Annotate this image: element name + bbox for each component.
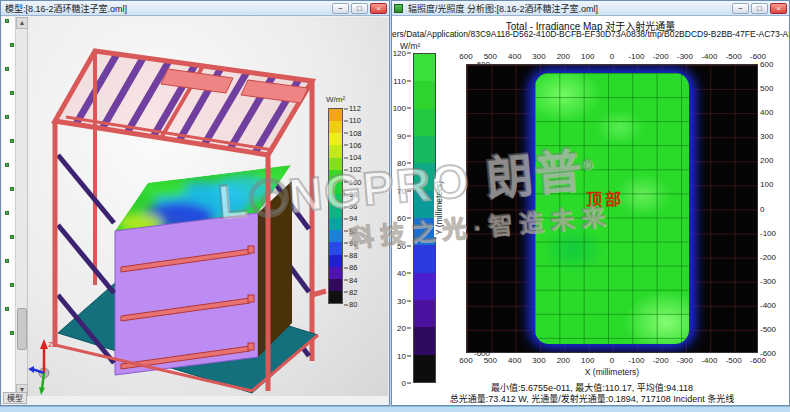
y-axis-ticks-right: 6005004003002001000-100-200-300-400-500-… xyxy=(760,64,786,353)
tree-item-icon[interactable] xyxy=(10,139,14,143)
colorbar-band xyxy=(414,191,435,218)
x-tick: -400 xyxy=(701,356,717,365)
y-tick: 600 xyxy=(760,60,786,69)
legend-tick: 112 xyxy=(344,104,361,113)
tree-item-icon[interactable] xyxy=(10,283,14,287)
irradiance-map-plot[interactable]: 顶部 xyxy=(466,64,758,353)
colorbar-tick: 100 xyxy=(393,104,411,113)
legend-tick: 104 xyxy=(344,153,362,162)
tree-item-icon[interactable] xyxy=(10,187,14,191)
tree-scrollbar[interactable]: ▲ ▼ xyxy=(15,17,27,396)
colorbar-tick: 70 xyxy=(397,186,411,195)
legend-band xyxy=(329,158,342,170)
legend-band xyxy=(329,255,342,267)
scroll-up-icon[interactable]: ▲ xyxy=(16,17,28,29)
x-axis-ticks-bottom: 6005004003002001000-100-200-300-400-500-… xyxy=(392,356,789,366)
tree-item-icon[interactable] xyxy=(5,115,9,119)
x-axis-ticks-top: 6005004003002001000-100-200-300-400-500-… xyxy=(392,52,789,62)
colorbar-tick: 110 xyxy=(393,76,411,85)
legend-tick: 88 xyxy=(344,251,357,260)
x-tick: 500 xyxy=(484,356,497,365)
tree-item-icon[interactable] xyxy=(5,67,9,71)
legend-tick: 102 xyxy=(344,165,362,174)
tree-item-icon[interactable] xyxy=(5,259,9,263)
minimize-button[interactable]: − xyxy=(332,3,349,14)
chart-subtitle-path: ers/Data/Application/83C9A118-D562-410D-… xyxy=(392,29,789,39)
legend-band xyxy=(329,109,342,121)
minimize-button[interactable]: − xyxy=(732,3,749,14)
model-window-title: 模型:[8.16-2酒环糖注子室.oml] xyxy=(3,2,332,15)
colorbar-tick: 50 xyxy=(397,241,411,250)
x-tick: -100 xyxy=(628,52,644,61)
legend-tick: 100 xyxy=(344,177,362,186)
model-window-titlebar[interactable]: 模型:[8.16-2酒环糖注子室.oml] −□× xyxy=(1,1,389,16)
y-tick: -400 xyxy=(760,300,786,309)
stats-line-2: 总光通量:73.412 W, 光通量/发射光通量:0.1894, 717108 … xyxy=(422,392,762,405)
legend-band xyxy=(329,267,342,279)
x-axis-label: X (millimeters) xyxy=(466,367,758,377)
colorbar xyxy=(413,53,436,383)
3d-viewport[interactable]: Z W/m² 112110108106104102100989694929088… xyxy=(28,17,388,396)
scrollbar-thumb[interactable] xyxy=(17,308,27,350)
x-tick: -500 xyxy=(726,52,742,61)
tree-item-icon[interactable] xyxy=(5,19,9,23)
x-tick: -300 xyxy=(677,52,693,61)
axis-triad: Z xyxy=(28,339,53,395)
analysis-window-icon xyxy=(394,4,403,13)
irradiance-chart: Total - Irradiance Map 对于入射光通量 ers/Data/… xyxy=(392,16,789,405)
colorbar-tick: 30 xyxy=(397,296,411,305)
legend-tick: 106 xyxy=(344,140,362,149)
legend-band xyxy=(329,182,342,194)
tree-item-icon[interactable] xyxy=(10,91,14,95)
colorbar-band xyxy=(414,218,435,245)
x-tick: -100 xyxy=(628,356,644,365)
system-tree-panel[interactable]: ▲ ▼ xyxy=(2,17,28,396)
x-tick: 100 xyxy=(581,356,594,365)
colorbar-band xyxy=(414,300,435,327)
x-tick: -300 xyxy=(677,356,693,365)
colorbar-tick: 20 xyxy=(397,324,411,333)
irradiance-map-window: 辐照度/光照度 分析图:[8.16-2酒环糖注子室.oml] −□× Total… xyxy=(391,0,790,406)
legend-band xyxy=(329,206,342,218)
restore-button[interactable]: □ xyxy=(751,3,768,14)
legend-band xyxy=(329,242,342,254)
legend-ticks: 1121101081061041021009896949290888684828… xyxy=(344,108,378,304)
legend-band xyxy=(329,170,342,182)
x-tick: 100 xyxy=(581,52,594,61)
map-annotation: 顶部 xyxy=(586,186,624,210)
y-tick: 300 xyxy=(760,132,786,141)
legend-tick: 96 xyxy=(344,202,357,211)
x-tick: 300 xyxy=(532,52,545,61)
tree-item-icon[interactable] xyxy=(10,43,14,47)
window-buttons: −□× xyxy=(332,3,387,14)
legend-band xyxy=(329,291,342,303)
legend-tick: 98 xyxy=(344,189,357,198)
x-tick: 400 xyxy=(508,52,521,61)
close-button[interactable]: × xyxy=(770,3,787,14)
colorbar-band xyxy=(414,81,435,108)
legend-band xyxy=(329,133,342,145)
legend-tick: 94 xyxy=(344,214,357,223)
y-tick: 100 xyxy=(760,180,786,189)
close-button[interactable]: × xyxy=(370,3,387,14)
tree-item-icon[interactable] xyxy=(5,307,9,311)
colorbar-tick: 40 xyxy=(397,269,411,278)
x-tick: 200 xyxy=(557,52,570,61)
tree-item-icon[interactable] xyxy=(10,235,14,239)
tab-model[interactable]: 模型 xyxy=(3,392,27,404)
axis-z-label: Z xyxy=(48,340,53,349)
x-tick: -200 xyxy=(653,52,669,61)
colorbar-band xyxy=(414,109,435,136)
map-window-titlebar[interactable]: 辐照度/光照度 分析图:[8.16-2酒环糖注子室.oml] −□× xyxy=(392,1,789,16)
tree-item-icon[interactable] xyxy=(5,163,9,167)
legend-tick: 84 xyxy=(344,275,357,284)
x-tick: 0 xyxy=(610,356,614,365)
legend-band xyxy=(329,279,342,291)
legend-band xyxy=(329,145,342,157)
legend-tick: 82 xyxy=(344,287,357,296)
x-tick: 0 xyxy=(610,52,614,61)
restore-button[interactable]: □ xyxy=(351,3,368,14)
colorbar-band xyxy=(414,163,435,190)
tree-item-icon[interactable] xyxy=(5,211,9,215)
tree-item-icon[interactable] xyxy=(10,331,14,335)
